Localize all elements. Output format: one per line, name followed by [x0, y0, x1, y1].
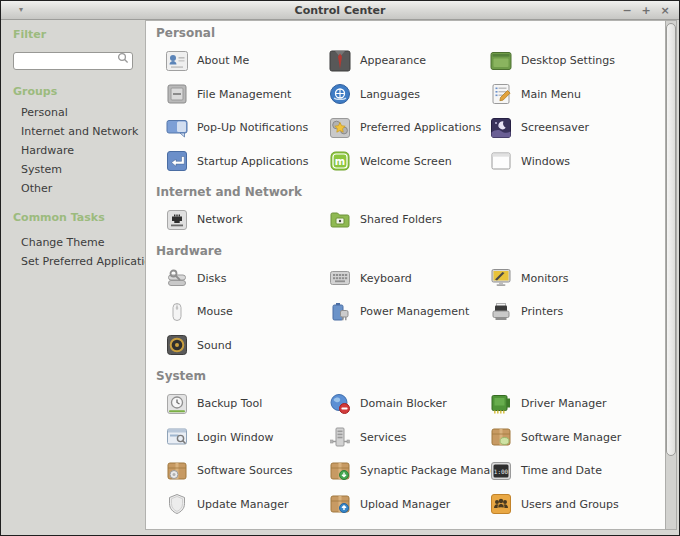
item-login-window[interactable]: Login Window	[165, 425, 319, 449]
item-label: Synaptic Package Manager	[360, 464, 508, 477]
item-label: Windows	[521, 155, 570, 168]
item-label: Desktop Settings	[521, 54, 615, 67]
item-backup-tool[interactable]: Backup Tool	[165, 392, 319, 416]
item-file-management[interactable]: File Management	[165, 82, 319, 106]
item-synaptic-package-manager[interactable]: Synaptic Package Manager	[328, 459, 480, 483]
network-icon	[165, 208, 189, 232]
window-controls: − + ×	[620, 1, 672, 20]
item-label: Mouse	[197, 305, 233, 318]
section-header-hardware: Hardware	[156, 237, 661, 262]
mouse-icon	[165, 300, 189, 324]
item-windows[interactable]: Windows	[489, 149, 661, 173]
item-pop-up-notifications[interactable]: Pop-Up Notifications	[165, 116, 319, 140]
monitors-icon	[489, 266, 513, 290]
item-label: Users and Groups	[521, 498, 619, 511]
sidebar-item-other[interactable]: Other	[13, 179, 135, 198]
item-mouse[interactable]: Mouse	[165, 300, 319, 324]
appearance-icon	[328, 49, 352, 73]
item-network[interactable]: Network	[165, 208, 319, 232]
scrollbar[interactable]	[665, 20, 677, 530]
task-change-theme[interactable]: Change Theme	[13, 233, 135, 252]
item-driver-manager[interactable]: Driver Manager	[489, 392, 661, 416]
item-label: Startup Applications	[197, 155, 309, 168]
item-preferred-applications[interactable]: Preferred Applications	[328, 116, 480, 140]
keyboard-icon	[328, 266, 352, 290]
backup-tool-icon	[165, 392, 189, 416]
sidebar-item-personal[interactable]: Personal	[13, 103, 135, 122]
item-shared-folders[interactable]: Shared Folders	[328, 208, 480, 232]
screensaver-icon	[489, 116, 513, 140]
printers-icon	[489, 300, 513, 324]
item-domain-blocker[interactable]: Domain Blocker	[328, 392, 480, 416]
item-disks[interactable]: Disks	[165, 266, 319, 290]
item-label: Keyboard	[360, 272, 412, 285]
item-appearance[interactable]: Appearance	[328, 49, 480, 73]
item-label: Network	[197, 213, 243, 226]
users-and-groups-icon	[489, 492, 513, 516]
software-sources-icon	[165, 459, 189, 483]
item-about-me[interactable]: About Me	[165, 49, 319, 73]
svg-text:m: m	[335, 156, 345, 167]
minimize-button[interactable]: −	[620, 2, 634, 19]
window-menu-icon[interactable]: ▾	[19, 1, 23, 20]
item-label: Update Manager	[197, 498, 289, 511]
item-printers[interactable]: Printers	[489, 300, 661, 324]
svg-text:1:00: 1:00	[494, 467, 509, 474]
item-languages[interactable]: Languages	[328, 82, 480, 106]
item-main-menu[interactable]: Main Menu	[489, 82, 661, 106]
desktop-settings-icon	[489, 49, 513, 73]
item-welcome-screen[interactable]: mWelcome Screen	[328, 149, 480, 173]
item-update-manager[interactable]: Update Manager	[165, 492, 319, 516]
filter-search	[13, 49, 135, 70]
item-keyboard[interactable]: Keyboard	[328, 266, 480, 290]
item-label: Domain Blocker	[360, 397, 447, 410]
item-label: Shared Folders	[360, 213, 442, 226]
item-desktop-settings[interactable]: Desktop Settings	[489, 49, 661, 73]
item-label: Monitors	[521, 272, 569, 285]
item-monitors[interactable]: Monitors	[489, 266, 661, 290]
item-label: Software Sources	[197, 464, 293, 477]
item-label: Power Management	[360, 305, 469, 318]
common-tasks-header: Common Tasks	[13, 211, 135, 224]
titlebar: ▾ Control Center − + ×	[1, 1, 679, 20]
item-screensaver[interactable]: Screensaver	[489, 116, 661, 140]
sidebar: Filter Groups PersonalInternet and Netwo…	[1, 20, 145, 535]
scrollbar-thumb[interactable]	[666, 23, 676, 456]
item-services[interactable]: Services	[328, 425, 480, 449]
sidebar-item-system[interactable]: System	[13, 160, 135, 179]
login-window-icon	[165, 425, 189, 449]
item-sound[interactable]: Sound	[165, 333, 319, 357]
task-set-preferred-applications[interactable]: Set Preferred Applications	[13, 252, 135, 271]
shared-folders-icon	[328, 208, 352, 232]
item-label: Welcome Screen	[360, 155, 452, 168]
item-label: Driver Manager	[521, 397, 607, 410]
sidebar-item-internet-and-network[interactable]: Internet and Network	[13, 122, 135, 141]
item-users-and-groups[interactable]: Users and Groups	[489, 492, 661, 516]
item-time-and-date[interactable]: 1:00Time and Date	[489, 459, 661, 483]
filter-input[interactable]	[13, 52, 133, 70]
software-manager-icon	[489, 425, 513, 449]
pop-up-notifications-icon	[165, 116, 189, 140]
item-startup-applications[interactable]: Startup Applications	[165, 149, 319, 173]
filter-header: Filter	[13, 28, 135, 41]
item-label: Disks	[197, 272, 226, 285]
control-center-window: ▾ Control Center − + × Filter Groups Per…	[0, 0, 680, 536]
item-label: Time and Date	[521, 464, 602, 477]
item-upload-manager[interactable]: Upload Manager	[328, 492, 480, 516]
maximize-button[interactable]: +	[639, 2, 653, 19]
section-grid-hardware: DisksKeyboardMonitorsMousePower Manageme…	[156, 262, 661, 363]
main-area: PersonalAbout MeAppearanceDesktop Settin…	[145, 20, 677, 530]
item-label: Screensaver	[521, 121, 589, 134]
item-software-sources[interactable]: Software Sources	[165, 459, 319, 483]
sidebar-item-hardware[interactable]: Hardware	[13, 141, 135, 160]
close-button[interactable]: ×	[658, 2, 672, 19]
item-power-management[interactable]: Power Management	[328, 300, 480, 324]
update-manager-icon	[165, 492, 189, 516]
groups-header: Groups	[13, 85, 135, 98]
item-software-manager[interactable]: Software Manager	[489, 425, 661, 449]
item-label: Sound	[197, 339, 232, 352]
about-me-icon	[165, 49, 189, 73]
sidebar-tasks-list: Change ThemeSet Preferred Applications	[13, 233, 135, 271]
item-label: Printers	[521, 305, 563, 318]
settings-panel: PersonalAbout MeAppearanceDesktop Settin…	[145, 20, 665, 530]
